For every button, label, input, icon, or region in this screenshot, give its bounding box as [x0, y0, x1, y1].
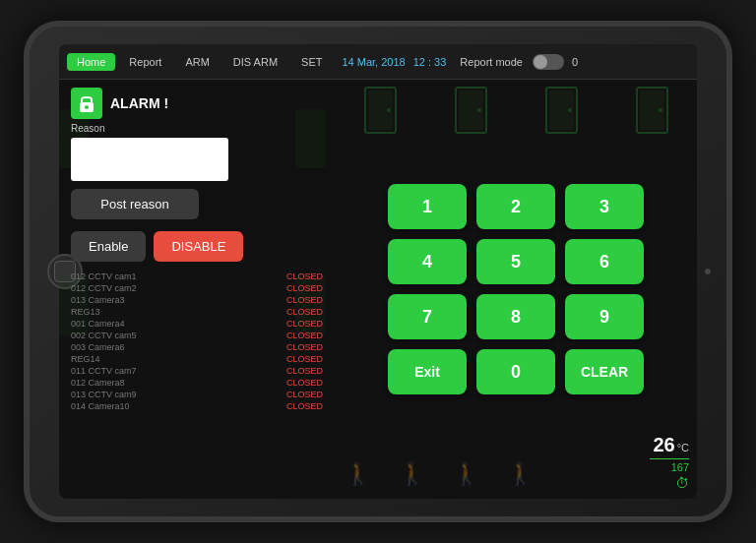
pedestrian-icon: 🚶	[345, 461, 371, 487]
svg-rect-10	[459, 90, 483, 130]
clear-button[interactable]: CLEAR	[565, 349, 644, 394]
num-btn-1[interactable]: 1	[388, 184, 467, 229]
nav-time: 12 : 33	[413, 56, 447, 68]
report-mode-toggle[interactable]	[533, 54, 564, 70]
disarm-nav-btn[interactable]: DIS ARM	[223, 53, 287, 71]
num-btn-9[interactable]: 9	[565, 294, 644, 339]
num-btn-2[interactable]: 2	[476, 184, 555, 229]
svg-rect-9	[456, 88, 486, 133]
table-row: 012 CCTV cam1 CLOSED	[71, 272, 323, 281]
table-row: 012 Camera8 CLOSED	[71, 378, 323, 388]
table-row: 002 CCTV cam5 CLOSED	[71, 331, 323, 340]
disable-button[interactable]: DISABLE	[154, 231, 243, 262]
table-row: 013 Camera3 CLOSED	[71, 295, 323, 305]
svg-rect-13	[549, 90, 574, 130]
svg-rect-15	[637, 88, 667, 133]
svg-rect-6	[365, 88, 396, 133]
pedestrian-icons: 🚶 🚶 🚶 🚶	[345, 461, 534, 487]
num-btn-6[interactable]: 6	[565, 239, 644, 284]
arm-nav-btn[interactable]: ARM	[175, 53, 219, 71]
num-btn-5[interactable]: 5	[476, 239, 555, 284]
table-row: 011 CCTV cam7 CLOSED	[71, 366, 323, 376]
left-panel: ALARM ! Reason Post reason Enable DISABL…	[59, 80, 335, 499]
table-row: 014 Camera10 CLOSED	[71, 401, 323, 411]
post-reason-button[interactable]: Post reason	[71, 189, 199, 219]
numpad: 1 2 3 4 5 6 7 8 9 Exit 0 CLEAR	[388, 184, 644, 394]
temp-divider	[650, 458, 689, 459]
num-btn-8[interactable]: 8	[476, 294, 555, 339]
svg-rect-7	[368, 90, 393, 130]
toggle-knob	[534, 55, 547, 69]
pedestrian-icon: 🚶	[399, 461, 425, 487]
side-dot	[705, 269, 711, 274]
reason-input[interactable]	[71, 138, 228, 181]
svg-point-14	[568, 108, 572, 112]
lock-icon	[71, 88, 102, 119]
table-row: 013 CCTV cam9 CLOSED	[71, 390, 323, 399]
table-row: REG14 CLOSED	[71, 354, 323, 364]
pedestrian-icon: 🚶	[453, 461, 479, 487]
main-content: ALARM ! Reason Post reason Enable DISABL…	[59, 80, 697, 499]
enable-button[interactable]: Enable	[71, 231, 146, 262]
report-mode-label: Report mode	[460, 56, 523, 68]
temp-value-display: 26 °C	[653, 434, 689, 456]
table-row: 012 CCTV cam2 CLOSED	[71, 283, 323, 293]
table-row: REG13 CLOSED	[71, 307, 323, 317]
reason-label: Reason	[71, 123, 323, 134]
svg-rect-16	[640, 90, 664, 130]
svg-point-11	[477, 108, 481, 112]
num-btn-0[interactable]: 0	[476, 349, 555, 394]
svg-point-17	[659, 108, 662, 112]
temp-unit: °C	[677, 442, 689, 453]
right-panel: 1 2 3 4 5 6 7 8 9 Exit 0 CLEAR 🚶 🚶	[335, 80, 697, 499]
svg-rect-12	[546, 88, 577, 133]
nav-date: 14 Mar, 2018	[342, 56, 405, 68]
temp-value: 26	[653, 434, 674, 456]
enable-disable-row: Enable DISABLE	[71, 231, 323, 262]
screen: Home Report ARM DIS ARM SET 14 Mar, 2018…	[59, 44, 697, 499]
navbar: Home Report ARM DIS ARM SET 14 Mar, 2018…	[59, 44, 697, 80]
svg-point-8	[387, 108, 391, 112]
temperature-display: 26 °C 167 ⏱	[650, 434, 689, 491]
table-row: 001 Camera4 CLOSED	[71, 319, 323, 329]
home-nav-btn[interactable]: Home	[67, 53, 115, 71]
door-icons-top	[335, 86, 697, 135]
tablet-shell: Home Report ARM DIS ARM SET 14 Mar, 2018…	[24, 21, 732, 522]
report-nav-btn[interactable]: Report	[119, 53, 171, 71]
num-btn-3[interactable]: 3	[565, 184, 644, 229]
alarm-icon-row: ALARM !	[71, 88, 323, 119]
num-btn-4[interactable]: 4	[388, 239, 467, 284]
num-btn-7[interactable]: 7	[388, 294, 467, 339]
exit-button[interactable]: Exit	[388, 349, 467, 394]
temp-sub: 167	[671, 461, 689, 473]
clock-icon: ⏱	[675, 475, 689, 491]
alarm-section: ALARM ! Reason Post reason Enable DISABL…	[71, 88, 323, 262]
pedestrian-icon: 🚶	[507, 461, 534, 487]
set-nav-btn[interactable]: SET	[291, 53, 332, 71]
svg-point-5	[85, 105, 89, 109]
log-list: 012 CCTV cam1 CLOSED 012 CCTV cam2 CLOSE…	[71, 272, 323, 411]
nav-zero: 0	[572, 56, 578, 68]
table-row: 003 Camera6 CLOSED	[71, 342, 323, 352]
alarm-title: ALARM !	[110, 95, 168, 111]
